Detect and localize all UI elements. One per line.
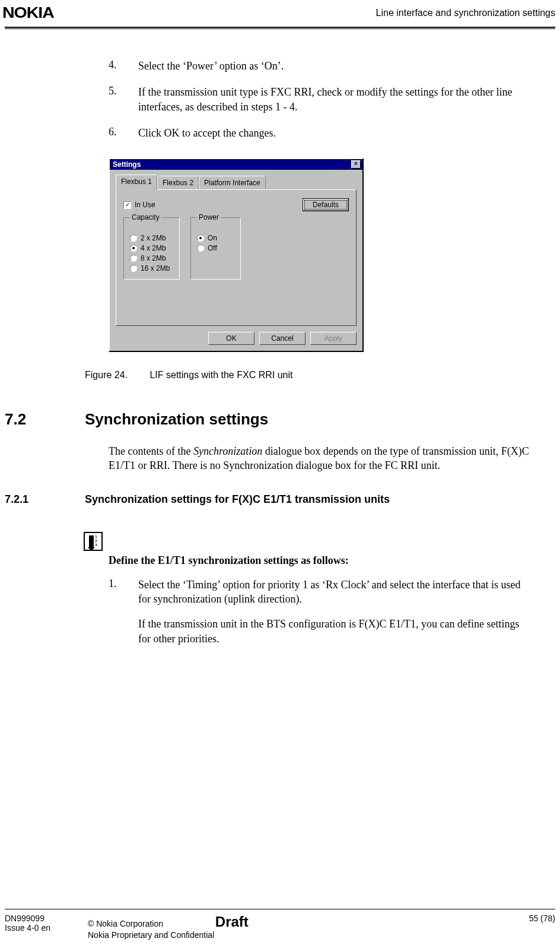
footer-rule	[5, 909, 555, 910]
header-rule	[5, 27, 555, 29]
defaults-button[interactable]: Defaults	[303, 198, 349, 211]
radio-label: On	[208, 234, 217, 242]
tab-strip: Flexbus 1 Flexbus 2 Platform Interface	[116, 175, 357, 189]
radio-8x2mb[interactable]	[130, 255, 137, 262]
step-number: 4.	[109, 59, 138, 73]
section-number: 7.2	[5, 410, 85, 444]
tab-panel: ✓ In Use Defaults Capacity 2 x 2Mb 4 x 2…	[116, 189, 357, 326]
subsection-number: 7.2.1	[5, 493, 85, 506]
footer-draft: Draft	[215, 914, 249, 930]
close-icon[interactable]: ×	[351, 160, 361, 169]
procedure-icon: 1 2 3	[84, 532, 103, 551]
footer-doc-number: DN999099	[5, 914, 88, 923]
radio-label: 8 x 2Mb	[141, 254, 166, 262]
radio-power-off[interactable]	[197, 245, 204, 252]
step-number: 1.	[109, 578, 138, 646]
subsection-heading: Synchronization settings for F(X)C E1/T1…	[85, 493, 390, 506]
ok-button[interactable]: OK	[208, 332, 254, 345]
step-item: 1. Select the ‘Timing’ option for priori…	[109, 578, 532, 646]
figure-caption: Figure 24. LIF settings with the FXC RRI…	[85, 370, 532, 381]
procedure-numbers: 1 2 3	[95, 535, 97, 547]
dialog-titlebar[interactable]: Settings ×	[110, 159, 362, 170]
dialog-title: Settings	[112, 160, 141, 169]
capacity-legend: Capacity	[130, 213, 161, 221]
header-section-title: Line interface and synchronization setti…	[376, 8, 555, 18]
tab-flexbus1[interactable]: Flexbus 1	[116, 175, 157, 190]
section-paragraph: The contents of the Synchronization dial…	[109, 444, 532, 473]
tab-flexbus2[interactable]: Flexbus 2	[157, 176, 199, 189]
step-item: 5. If the transmission unit type is FXC …	[109, 85, 532, 114]
nokia-logo: NOKIA	[2, 4, 54, 22]
step-text: Select the ‘Timing’ option for priority …	[138, 578, 532, 646]
power-legend: Power	[197, 213, 221, 221]
footer-copyright: © Nokia Corporation	[88, 919, 163, 928]
procedure-title: Define the E1/T1 synchronization setting…	[109, 554, 532, 567]
figure-label: Figure 24.	[85, 370, 147, 381]
settings-dialog: Settings × Flexbus 1 Flexbus 2 Platform …	[109, 158, 364, 352]
arrow-down-icon	[89, 535, 94, 547]
radio-label: Off	[208, 244, 217, 252]
capacity-group: Capacity 2 x 2Mb 4 x 2Mb 8 x 2Mb 16 x 2M…	[123, 217, 180, 280]
cancel-button[interactable]: Cancel	[259, 332, 306, 345]
step-text: Select the ‘Power’ option as ‘On’.	[138, 59, 532, 73]
footer-issue: Issue 4-0 en	[5, 923, 88, 933]
in-use-checkbox[interactable]: ✓	[123, 201, 131, 209]
step-item: 4. Select the ‘Power’ option as ‘On’.	[109, 59, 532, 73]
step-number: 5.	[109, 85, 138, 114]
in-use-label: In Use	[135, 201, 155, 209]
figure-text: LIF settings with the FXC RRI unit	[149, 370, 292, 380]
radio-power-on[interactable]	[197, 234, 204, 242]
radio-16x2mb[interactable]	[130, 265, 137, 272]
footer-confidential: Nokia Proprietary and Confidential	[88, 930, 529, 940]
tab-platform-interface[interactable]: Platform Interface	[199, 176, 266, 189]
footer-page-number: 55 (78)	[529, 914, 555, 923]
step-text: Click OK to accept the changes.	[138, 126, 532, 140]
step-text: If the transmission unit type is FXC RRI…	[138, 85, 532, 114]
radio-4x2mb[interactable]	[130, 245, 137, 252]
step-number: 6.	[109, 126, 138, 140]
radio-2x2mb[interactable]	[130, 234, 137, 242]
radio-label: 16 x 2Mb	[141, 264, 170, 272]
apply-button[interactable]: Apply	[310, 332, 357, 345]
step-item: 6. Click OK to accept the changes.	[109, 126, 532, 140]
radio-label: 4 x 2Mb	[141, 244, 166, 252]
radio-label: 2 x 2Mb	[141, 234, 166, 242]
section-heading: Synchronization settings	[85, 410, 268, 429]
power-group: Power On Off	[190, 217, 241, 280]
page-footer: DN999099 Issue 4-0 en © Nokia Corporatio…	[5, 909, 555, 940]
